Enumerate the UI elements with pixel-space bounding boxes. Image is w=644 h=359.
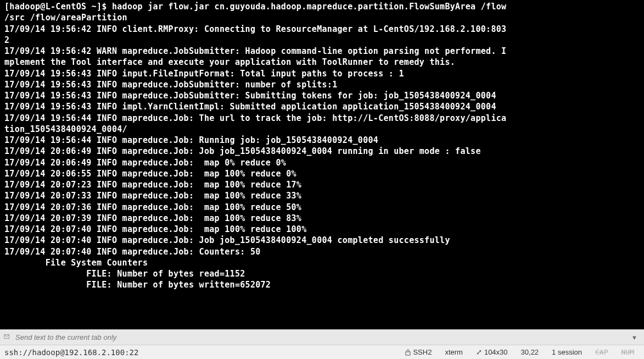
terminal-line: tion_1505438400924_0004/ [4, 124, 640, 135]
terminal-line: FILE: Number of bytes written=652072 [4, 279, 640, 290]
terminal-line: File System Counters [4, 257, 640, 268]
terminal-line: 17/09/14 20:06:49 INFO mapreduce.Job: Jo… [4, 146, 640, 157]
size-status: ⤢ 104x30 [471, 348, 513, 356]
send-text-bar: ▼ [0, 329, 644, 345]
terminal-line: 17/09/14 19:56:43 INFO mapreduce.JobSubm… [4, 79, 640, 90]
terminal-line: 17/09/14 19:56:44 INFO mapreduce.Job: Ru… [4, 135, 640, 146]
terminal-line: mplement the Tool interface and execute … [4, 57, 640, 68]
terminal-line: 17/09/14 20:07:40 INFO mapreduce.Job: Jo… [4, 235, 640, 246]
sessions-status: 1 session [546, 348, 587, 356]
send-text-input[interactable] [15, 333, 625, 341]
terminal-line: 2 [4, 35, 640, 46]
connection-label: ssh://hadoop@192.168.2.100:22 [4, 348, 397, 357]
terminal-line: /src /flow/areaPartition [4, 12, 640, 23]
terminal-line: 17/09/14 20:06:49 INFO mapreduce.Job: ma… [4, 157, 640, 168]
lock-icon [405, 349, 411, 356]
terminal-line: 17/09/14 19:56:43 INFO impl.YarnClientIm… [4, 101, 640, 112]
num-status: NUM [616, 348, 640, 356]
terminal-line: 17/09/14 20:06:55 INFO mapreduce.Job: ma… [4, 168, 640, 179]
terminal-line: FILE: Number of bytes read=1152 [4, 268, 640, 279]
terminal-line: 17/09/14 19:56:43 INFO input.FileInputFo… [4, 68, 640, 79]
caps-status: CAP [590, 348, 613, 356]
send-icon [3, 333, 12, 342]
terminal-line: 17/09/14 20:07:33 INFO mapreduce.Job: ma… [4, 190, 640, 201]
terminal-line: 17/09/14 19:56:42 WARN mapreduce.JobSubm… [4, 46, 640, 57]
protocol-status: SSH2 [400, 348, 437, 356]
terminal-line: [hadoop@L-CentOS ~]$ hadoop jar flow.jar… [4, 1, 640, 12]
resize-icon: ⤢ [476, 348, 482, 356]
terminal-line: 17/09/14 19:56:43 INFO mapreduce.JobSubm… [4, 90, 640, 101]
chevron-down-icon[interactable]: ▼ [628, 334, 641, 341]
terminal-line: 17/09/14 20:07:39 INFO mapreduce.Job: ma… [4, 213, 640, 224]
terminal-line: 17/09/14 20:07:36 INFO mapreduce.Job: ma… [4, 202, 640, 213]
terminal-line: 17/09/14 19:56:42 INFO client.RMProxy: C… [4, 24, 640, 35]
terminal-line: 17/09/14 20:07:40 INFO mapreduce.Job: Co… [4, 246, 640, 257]
cursor-status: 30,22 [516, 348, 545, 356]
status-bar: ssh://hadoop@192.168.2.100:22 SSH2 xterm… [0, 345, 644, 359]
terminal-line: 17/09/14 20:07:23 INFO mapreduce.Job: ma… [4, 179, 640, 190]
svg-rect-1 [406, 352, 410, 355]
terminal-output[interactable]: [hadoop@L-CentOS ~]$ hadoop jar flow.jar… [0, 0, 644, 329]
termtype-status: xterm [439, 348, 468, 356]
terminal-line: 17/09/14 19:56:44 INFO mapreduce.Job: Th… [4, 113, 640, 124]
terminal-line: 17/09/14 20:07:40 INFO mapreduce.Job: ma… [4, 224, 640, 235]
